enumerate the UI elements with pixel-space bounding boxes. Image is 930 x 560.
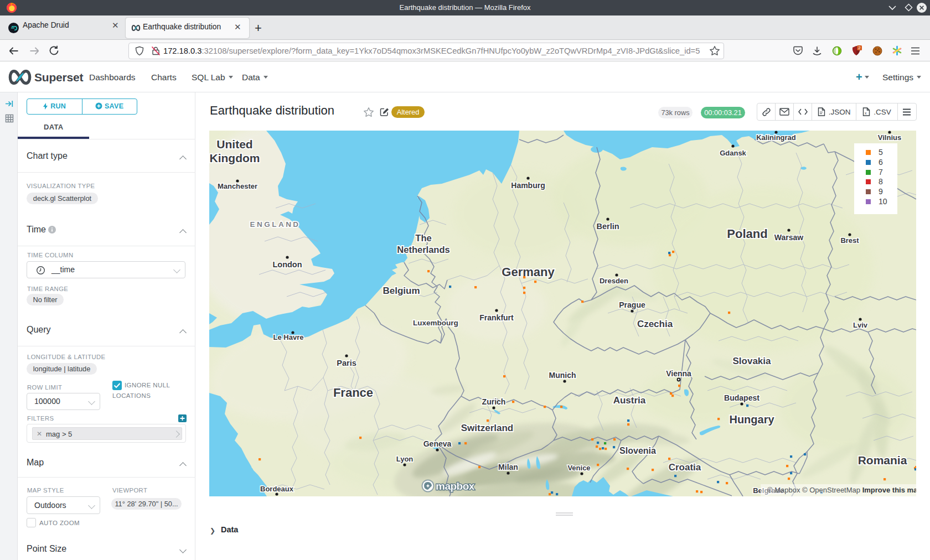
svg-text:Croatia: Croatia (669, 462, 701, 473)
svg-text:Kingdom: Kingdom (210, 152, 260, 164)
svg-text:© Mapbox © OpenStreetMap Impro: © Mapbox © OpenStreetMap Improve this ma… (767, 486, 916, 494)
svg-text:Frankfurt: Frankfurt (479, 313, 514, 322)
svg-text:Prague: Prague (619, 300, 645, 309)
svg-text:Warsaw: Warsaw (774, 233, 804, 242)
svg-text:Geneva: Geneva (423, 439, 452, 448)
svg-text:Poland: Poland (727, 227, 767, 241)
svg-text:Kaliningrad: Kaliningrad (756, 133, 796, 142)
svg-text:United: United (216, 138, 252, 151)
svg-text:Manchester: Manchester (218, 182, 257, 190)
svg-text:Brest: Brest (840, 236, 859, 245)
svg-text:France: France (333, 386, 373, 400)
svg-text:Bordeaux: Bordeaux (260, 485, 294, 493)
svg-text:Romania: Romania (858, 454, 907, 466)
svg-text:Zurich: Zurich (482, 397, 506, 406)
svg-text:Hamburg: Hamburg (511, 181, 545, 190)
svg-text:Slovakia: Slovakia (733, 356, 772, 366)
svg-text:7: 7 (879, 168, 883, 177)
svg-text:Milan: Milan (498, 463, 518, 471)
svg-text:Lviv: Lviv (853, 321, 868, 329)
svg-text:Vienna: Vienna (666, 369, 691, 378)
svg-text:Budapest: Budapest (724, 393, 760, 402)
svg-text:6: 6 (879, 158, 883, 167)
svg-text:Venice: Venice (567, 464, 590, 472)
svg-text:Belgium: Belgium (383, 286, 420, 296)
svg-text:ENGLAND: ENGLAND (250, 220, 300, 229)
svg-text:Slovenia: Slovenia (619, 446, 656, 455)
svg-text:Czechia: Czechia (637, 319, 673, 329)
svg-text:Austria: Austria (613, 395, 646, 406)
svg-text:mapbox: mapbox (436, 480, 475, 492)
svg-text:Dresden: Dresden (600, 277, 628, 285)
svg-text:x: x (865, 111, 867, 115)
svg-text:9: 9 (879, 187, 883, 196)
svg-text:Luxembourg: Luxembourg (413, 319, 458, 327)
svg-text:London: London (272, 260, 302, 269)
svg-text:Munich: Munich (549, 371, 576, 380)
svg-text:10: 10 (879, 197, 887, 206)
svg-text:5: 5 (879, 148, 883, 157)
svg-text:Berlin: Berlin (596, 222, 619, 231)
svg-text:Switzerland: Switzerland (461, 423, 513, 433)
svg-text:Hungary: Hungary (729, 413, 774, 426)
svg-text:Paris: Paris (337, 359, 356, 367)
svg-text:Lyon: Lyon (396, 455, 414, 463)
svg-text:Gdansk: Gdansk (720, 149, 746, 157)
svg-text:Vilnius: Vilnius (878, 133, 901, 142)
svg-text:8: 8 (879, 177, 883, 186)
svg-text:Le Havre: Le Havre (273, 333, 304, 341)
svg-text:Netherlands: Netherlands (397, 245, 450, 255)
svg-text:Germany: Germany (502, 265, 555, 279)
svg-text:The: The (415, 233, 431, 243)
svg-text:2: 2 (858, 45, 861, 50)
